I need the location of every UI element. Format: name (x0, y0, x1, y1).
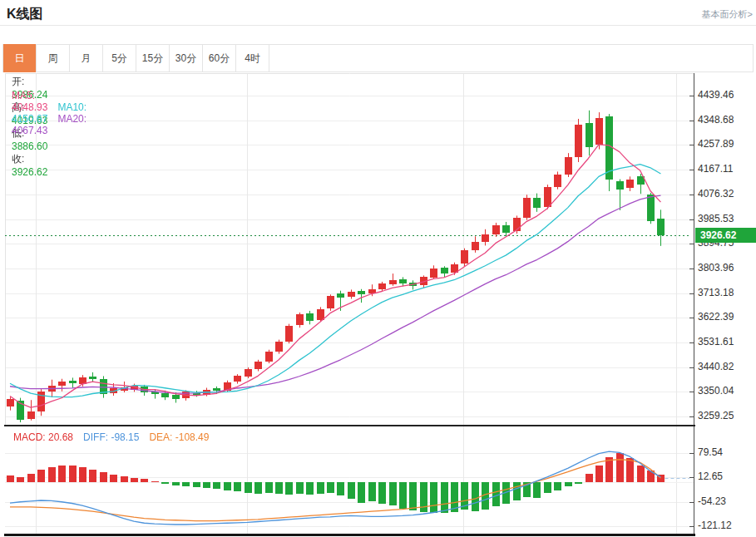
tab-5min[interactable]: 5分 (103, 45, 136, 71)
dea-readout: DEA: -108.49 (149, 431, 209, 443)
fundamental-analysis-link[interactable]: 基本面分析> (702, 8, 753, 21)
diff-readout: DIFF: -98.15 (83, 431, 139, 443)
tab-60min[interactable]: 60分 (203, 45, 236, 71)
kline-app: K线图 基本面分析> 日周月5分15分30分60分4时 开: 3986.24高:… (0, 0, 756, 537)
price-tick-label: 3350.04 (698, 385, 754, 397)
price-tick-label: 4348.68 (698, 114, 754, 126)
price-tick-label: 3440.82 (698, 361, 754, 372)
price-tick-label: 3622.39 (698, 311, 754, 323)
ma5-readout: MA5: 4048.93 (12, 90, 47, 113)
macd-tick-label: 79.54 (698, 446, 754, 458)
tab-month[interactable]: 月 (70, 45, 103, 71)
page-title: K线图 (7, 6, 43, 23)
period-tabs: 日周月5分15分30分60分4时 (2, 44, 754, 72)
macd-tick-label: 12.65 (698, 470, 754, 482)
last-price-value: 3926.62 (700, 229, 736, 241)
tab-15min[interactable]: 15分 (136, 45, 170, 71)
price-tick-label: 3259.25 (698, 410, 754, 421)
candlestick-chart-canvas[interactable] (5, 73, 694, 425)
tab-4hour[interactable]: 4时 (236, 45, 269, 71)
last-price-tag: 3926.62 (695, 228, 756, 243)
price-tick-label: 4076.32 (698, 188, 754, 200)
price-tick-label: 3531.61 (698, 336, 754, 347)
ma-readout: MA5: 4048.93MA10: 4150.67MA20: 4067.43 (12, 90, 86, 136)
macd-tick-label: -121.12 (698, 520, 754, 531)
macd-readout: MACD: 20.68DIFF: -98.15DEA: -108.49 (13, 431, 219, 443)
price-tick-label: 3713.18 (698, 287, 754, 298)
macd-tick-label: -54.23 (698, 495, 754, 507)
tab-30min[interactable]: 30分 (170, 45, 203, 71)
price-tick-label: 3803.96 (698, 262, 754, 273)
price-tick-label: 4257.89 (698, 138, 754, 150)
price-tick-label: 4167.11 (698, 163, 754, 175)
macd-readout: MACD: 20.68 (13, 431, 73, 443)
bottom-border (4, 534, 695, 536)
panel-divider (4, 425, 695, 426)
close-readout: 收: 3926.62 (12, 153, 47, 178)
header-divider (0, 25, 756, 26)
tab-week[interactable]: 周 (37, 45, 70, 71)
price-tick-label: 3985.53 (698, 213, 754, 224)
price-tick-label: 4439.46 (698, 89, 754, 101)
tab-day[interactable]: 日 (3, 44, 37, 72)
